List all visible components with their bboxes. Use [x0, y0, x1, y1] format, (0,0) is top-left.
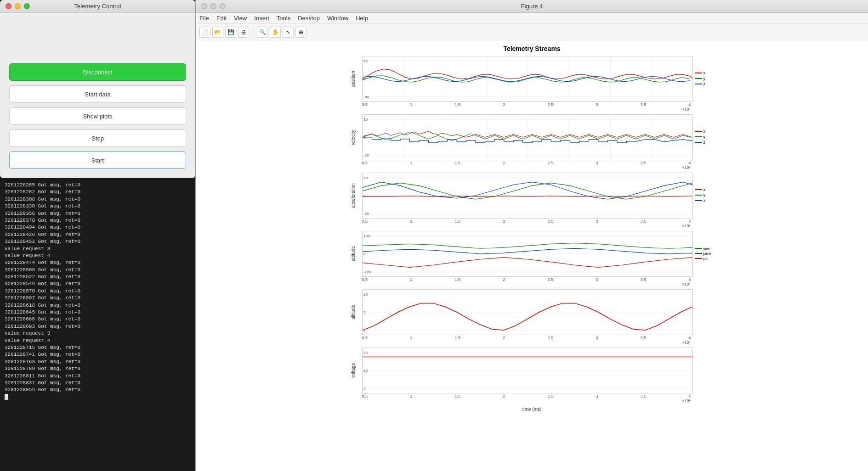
console-line: 3281228522 Got msg, ret=0	[5, 274, 191, 280]
console-line: 3281228330 Got msg, ret=0	[5, 203, 191, 210]
figure-close-button[interactable]	[201, 3, 207, 9]
save-icon[interactable]: 💾	[225, 27, 236, 38]
menu-item-insert[interactable]: Insert	[254, 15, 269, 22]
svg-text:20: 20	[363, 176, 368, 180]
console-line: 3281228474 Got msg, ret=0	[5, 259, 191, 266]
console-line: value request 4	[5, 337, 191, 344]
svg-text:5: 5	[363, 310, 366, 314]
menu-item-help[interactable]: Help	[356, 15, 368, 22]
console-line: 3281228666 Got msg, ret=0	[5, 316, 191, 323]
figure-menubar: FileEditViewInsertToolsDesktopWindowHelp	[196, 13, 868, 24]
acceleration-legend: x y z	[693, 173, 720, 219]
voltage-legend	[693, 348, 720, 393]
figure-minimize-button[interactable]	[210, 3, 216, 9]
console-line: value request 3	[5, 330, 191, 337]
svg-text:0: 0	[363, 194, 366, 198]
zoom-icon[interactable]: 🔍	[257, 27, 268, 38]
print-icon[interactable]: 🖨	[238, 27, 249, 38]
console-line: 3281228404 Got msg, ret=0	[5, 224, 191, 231]
figure-titlebar-buttons	[201, 3, 226, 9]
console-line: 3281228308 Got msg, ret=0	[5, 196, 191, 203]
console-line: 3281228837 Got msg, ret=0	[5, 380, 191, 387]
menu-item-file[interactable]: File	[199, 15, 209, 22]
toolbar-separator-1	[253, 28, 253, 37]
acceleration-y-label: acceleration	[344, 173, 362, 219]
position-legend: x y z	[693, 56, 720, 102]
console-line: 3281228378 Got msg, ret=0	[5, 217, 191, 224]
acceleration-chart-container: acceleration 20 0 -20	[344, 173, 720, 229]
svg-text:0: 0	[363, 387, 366, 391]
control-titlebar: Telemetry Control	[0, 0, 195, 13]
altitude-chart-svg: 10 5 0	[362, 289, 693, 335]
minimize-button[interactable]	[15, 3, 21, 9]
voltage-y-label: voltage	[344, 348, 362, 393]
figure-window: Figure 4 FileEditViewInsertToolsDesktopW…	[195, 0, 868, 471]
velocity-x-labels: 0.511.522.533.54	[344, 161, 720, 165]
svg-text:-10: -10	[363, 153, 369, 157]
open-icon[interactable]: 📂	[212, 27, 223, 38]
maximize-button[interactable]	[24, 3, 30, 9]
voltage-x-scale: ×10⁴	[344, 398, 720, 403]
svg-text:0: 0	[363, 252, 366, 256]
position-x-labels: 0.511.522.533.54	[344, 102, 720, 107]
acceleration-x-scale: ×10⁴	[344, 224, 720, 228]
console-line: 3281228645 Got msg, ret=0	[5, 309, 191, 316]
control-window: Telemetry Control Disconnect Start data …	[0, 0, 195, 178]
select-icon[interactable]: ↖	[283, 27, 294, 38]
svg-text:10: 10	[363, 292, 368, 297]
console-line: 3281228570 Got msg, ret=0	[5, 288, 191, 295]
velocity-y-label: velocity	[344, 114, 362, 160]
console-line: 3281228508 Got msg, ret=0	[5, 267, 191, 274]
velocity-chart-container: velocity	[344, 114, 720, 171]
console-line: 3281228426 Got msg, ret=0	[5, 231, 191, 238]
altitude-chart-wrapper: altitude 10 5 0	[344, 289, 720, 335]
left-panel: Telemetry Control Disconnect Start data …	[0, 0, 195, 471]
attitude-x-labels: 0.511.522.533.54	[344, 277, 720, 282]
attitude-chart-container: attitude 100 0 -100	[344, 231, 720, 287]
close-button[interactable]	[6, 3, 11, 9]
menu-item-view[interactable]: View	[234, 15, 247, 22]
new-figure-icon[interactable]: 📄	[199, 27, 210, 38]
velocity-x-scale: ×10⁴	[344, 165, 720, 170]
console-line: 3281228597 Got msg, ret=0	[5, 295, 191, 302]
figure-window-title: Figure 4	[521, 3, 543, 10]
start-button[interactable]: Start	[9, 151, 186, 169]
altitude-x-scale: ×10⁴	[344, 340, 720, 345]
console-line: value request 4	[5, 252, 191, 259]
acceleration-chart-wrapper: acceleration 20 0 -20	[344, 173, 720, 219]
acceleration-chart-svg: 20 0 -20	[362, 173, 693, 219]
show-plots-button[interactable]: Show plots	[9, 107, 186, 125]
stop-button[interactable]: Stop	[9, 129, 186, 147]
figure-maximize-button[interactable]	[220, 3, 226, 9]
plots-area: Telemetry Streams position	[196, 40, 868, 471]
menu-item-edit[interactable]: Edit	[216, 15, 227, 22]
menu-item-tools[interactable]: Tools	[277, 15, 290, 22]
console-line: 3281228549 Got msg, ret=0	[5, 280, 191, 287]
altitude-y-label: altitude	[344, 289, 362, 335]
attitude-chart-wrapper: attitude 100 0 -100	[344, 231, 720, 277]
svg-text:0: 0	[363, 135, 366, 140]
console-line: 3281228618 Got msg, ret=0	[5, 302, 191, 309]
attitude-chart-svg: 100 0 -100	[362, 231, 693, 277]
menu-item-desktop[interactable]: Desktop	[298, 15, 320, 22]
start-data-button[interactable]: Start data	[9, 85, 186, 103]
console-line: 3281228763 Got msg, ret=0	[5, 359, 191, 365]
control-window-title: Telemetry Control	[74, 3, 121, 10]
acceleration-x-labels: 0.511.522.533.54	[344, 219, 720, 224]
x-axis-label: time (ms)	[522, 407, 542, 412]
voltage-chart-container: voltage 20 10 0 0.5	[344, 348, 720, 404]
pan-icon[interactable]: ✋	[270, 27, 281, 38]
velocity-legend: x y z	[693, 114, 720, 160]
voltage-chart-svg: 20 10 0	[362, 348, 693, 393]
svg-text:100: 100	[363, 234, 370, 238]
menu-item-window[interactable]: Window	[327, 15, 348, 22]
voltage-x-labels: 0.511.522.533.54	[344, 394, 720, 398]
position-chart-wrapper: position	[344, 56, 720, 102]
plots-main-title: Telemetry Streams	[503, 45, 560, 52]
figure-titlebar: Figure 4	[196, 0, 868, 13]
console-line: 3281228356 Got msg, ret=0	[5, 210, 191, 217]
altitude-legend	[693, 289, 720, 335]
data-cursor-icon[interactable]: ⊕	[295, 27, 306, 38]
console-line: 3281228741 Got msg, ret=0	[5, 351, 191, 358]
disconnect-button[interactable]: Disconnect	[9, 63, 186, 81]
